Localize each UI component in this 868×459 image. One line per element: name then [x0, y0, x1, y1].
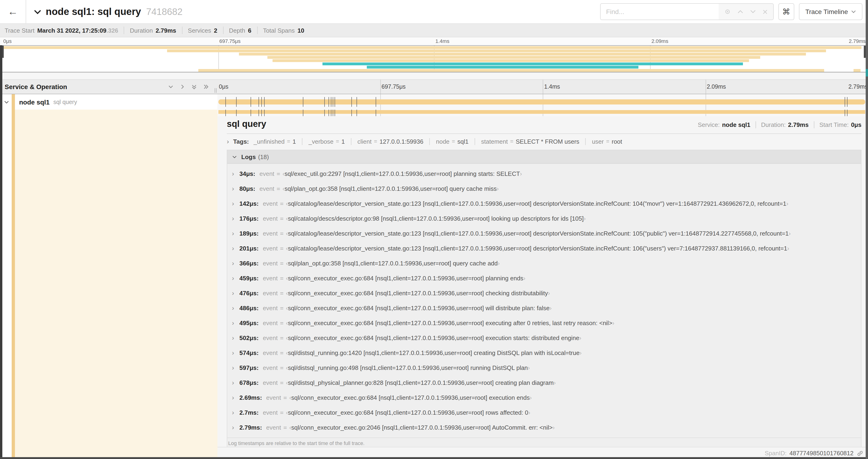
log-marker — [845, 110, 845, 116]
equals-sign: = — [280, 215, 283, 222]
log-row[interactable]: ›678μs:event=‹sql/distsql_physical_plann… — [232, 375, 858, 390]
minimap-spacer — [0, 72, 868, 79]
minimap-left-scrubber[interactable] — [2, 46, 4, 58]
span-row: node sql1 sql query — [0, 94, 868, 110]
equals-sign: = — [336, 138, 339, 144]
log-row[interactable]: ›502μs:event=‹sql/conn_executor_exec.go:… — [232, 330, 858, 345]
log-row[interactable]: ›459μs:event=‹sql/conn_executor_exec.go:… — [232, 270, 858, 286]
clear-find-icon[interactable] — [762, 9, 768, 14]
keyboard-shortcuts-button[interactable]: ⌘ — [778, 3, 794, 20]
scrollbar-marker — [866, 69, 868, 76]
meta-value: March 31 2022, 17:25:09 — [37, 27, 106, 34]
log-marker — [376, 97, 376, 107]
log-marker — [261, 110, 262, 116]
log-event-value: sql/exec_util.go:2297 [nsql1,client=127.… — [284, 170, 520, 177]
meta-label: Depth — [229, 27, 245, 34]
log-row[interactable]: ›80μs:event=‹sql/plan_opt.go:358 [nsql1,… — [232, 181, 858, 196]
minimap-span-bar — [323, 63, 743, 65]
close-quote: › — [789, 230, 791, 237]
log-row[interactable]: ›2.69ms:event=‹sql/conn_executor_exec.go… — [232, 390, 858, 405]
equals-sign: = — [283, 394, 287, 401]
log-row[interactable]: ›366μs:event=‹sql/plan_opt.go:358 [nsql1… — [232, 256, 858, 270]
tag-item[interactable]: node=sql1 — [436, 138, 468, 145]
log-row[interactable]: ›34μs:event=‹sql/exec_util.go:2297 [nsql… — [232, 166, 858, 181]
log-event-value: sql/conn_executor_exec.go:684 [nsql1,cli… — [288, 409, 528, 416]
link-icon[interactable] — [857, 450, 863, 456]
tag-value: 1 — [292, 138, 296, 145]
chevron-right-icon: › — [232, 394, 236, 401]
tag-item[interactable]: statement=SELECT * FROM users — [481, 138, 579, 145]
log-time: 486μs: — [239, 304, 258, 312]
span-bar-cell[interactable] — [217, 94, 868, 110]
log-event-key: event — [263, 289, 278, 296]
chevron-down-icon[interactable] — [4, 99, 9, 105]
collapse-all-icon[interactable] — [191, 84, 197, 90]
log-event-value: sql/conn_executor_exec.go:684 [nsql1,cli… — [288, 289, 548, 296]
service-operation-header: Service & Operation — [0, 80, 217, 94]
log-row[interactable]: ›597μs:event=‹sql/distsql_running.go:498… — [232, 360, 858, 375]
log-row[interactable]: ›189μs:event=‹sql/catalog/lease/descript… — [232, 226, 858, 241]
minimap-span-bar — [273, 59, 749, 62]
find-prev-icon[interactable] — [737, 9, 743, 14]
tags-row[interactable]: › Tags: _unfinished=1_verbose=1client=12… — [227, 134, 862, 149]
tag-item[interactable]: user=root — [592, 138, 622, 145]
detail-span-bar-strip[interactable] — [217, 110, 868, 116]
minimap-span-bar — [268, 56, 761, 59]
span-name-cell[interactable]: node sql1 sql query — [0, 94, 217, 110]
log-row[interactable]: ›486μs:event=‹sql/conn_executor_exec.go:… — [232, 300, 858, 315]
log-row[interactable]: ›2.79ms:event=‹sql/conn_executor_exec.go… — [232, 420, 858, 435]
minimap-canvas[interactable] — [2, 45, 866, 72]
log-row[interactable]: ›142μs:event=‹sql/catalog/lease/descript… — [232, 196, 858, 211]
logs-header[interactable]: Logs (18) — [227, 150, 861, 164]
log-row[interactable]: ›201μs:event=‹sql/catalog/lease/descript… — [232, 241, 858, 256]
close-quote: › — [786, 200, 788, 207]
trace-meta-bar: Trace StartMarch 31 2022, 17:25:09.326Du… — [0, 23, 868, 37]
close-quote: › — [530, 394, 532, 401]
log-marker — [331, 110, 331, 116]
tag-separator — [429, 138, 430, 145]
timeline-tick-label: 0μs — [2, 38, 12, 44]
find-input[interactable] — [600, 4, 718, 20]
log-event-value: sql/conn_executor_exec.go:684 [nsql1,cli… — [291, 394, 530, 401]
log-marker — [847, 110, 847, 116]
log-row[interactable]: ›495μs:event=‹sql/conn_executor_exec.go:… — [232, 315, 858, 330]
log-row[interactable]: ›176μs:event=‹sql/catalog/descs/descript… — [232, 211, 858, 226]
chevron-right-icon: › — [232, 319, 236, 327]
bottom-scrollbar[interactable] — [0, 457, 866, 459]
trace-view-selector[interactable]: Trace Timeline — [799, 3, 862, 20]
tag-item[interactable]: _verbose=1 — [308, 138, 345, 145]
left-scrollbar[interactable] — [0, 45, 2, 459]
tag-item[interactable]: client=127.0.0.1:59936 — [358, 138, 424, 145]
log-marker — [265, 97, 265, 107]
timeline-tick-label: 697.75μs — [380, 84, 406, 90]
log-row[interactable]: ›574μs:event=‹sql/distsql_running.go:142… — [232, 345, 858, 360]
meta-label: Total Spans — [263, 27, 295, 34]
log-time: 189μs: — [239, 230, 258, 237]
log-event-value: sql/distsql_running.go:1420 [nsql1,clien… — [288, 349, 580, 356]
open-quote: ‹ — [286, 334, 288, 341]
minimap-right-scrubber[interactable] — [864, 46, 866, 58]
log-marker — [236, 110, 237, 116]
collapse-one-icon[interactable] — [168, 84, 174, 90]
tag-value: SELECT * FROM users — [516, 138, 579, 145]
column-resize-grip[interactable] — [215, 88, 217, 93]
find-next-icon[interactable] — [750, 9, 756, 14]
right-scrollbar[interactable] — [866, 0, 868, 459]
span-duration-bar[interactable] — [218, 99, 865, 104]
expand-one-icon[interactable] — [180, 84, 185, 90]
log-event-value: sql/catalog/lease/descriptor_version_sta… — [288, 245, 787, 252]
chevron-right-icon: › — [232, 274, 236, 282]
log-row[interactable]: ›2.7ms:event=‹sql/conn_executor_exec.go:… — [232, 405, 858, 420]
tag-item[interactable]: _unfinished=1 — [254, 138, 296, 145]
service-operation-title: Service & Operation — [5, 83, 67, 91]
locate-icon[interactable] — [724, 8, 731, 15]
log-event-key: event — [263, 200, 278, 207]
equals-sign: = — [280, 260, 283, 267]
log-marker — [303, 110, 303, 116]
expand-all-icon[interactable] — [203, 84, 209, 90]
back-button[interactable]: ← — [0, 0, 26, 23]
chevron-down-icon — [232, 154, 237, 159]
log-row[interactable]: ›476μs:event=‹sql/conn_executor_exec.go:… — [232, 286, 858, 300]
log-marker — [351, 110, 352, 116]
chevron-down-icon[interactable] — [34, 9, 41, 15]
